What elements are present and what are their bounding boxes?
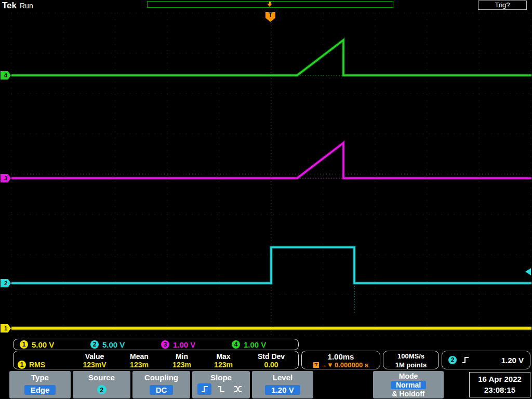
header-mean: Mean — [117, 352, 161, 361]
either-edge-slope-icon[interactable] — [231, 383, 245, 395]
coupling-label: Coupling — [132, 373, 190, 382]
acquisition-readout: 100MS/s 1M points — [383, 351, 439, 369]
position-arrows-icon: →▼ — [320, 361, 334, 369]
trigger-status-badge: Trig? — [478, 1, 527, 10]
channel-4-marker[interactable]: 4 — [1, 71, 11, 79]
channel-3-scale: 3 1.00 V — [156, 340, 227, 349]
acquisition-status: Run — [20, 2, 33, 10]
tek-logo: Tek — [2, 1, 17, 11]
level-label: Level — [252, 373, 313, 382]
measurement-name: 1 RMS — [14, 361, 72, 369]
measurement-table: Value Mean Min Max Std Dev 1 RMS 123mV 1… — [13, 351, 299, 369]
menu-button-coupling[interactable]: Coupling DC — [132, 371, 190, 398]
channel-scale-readout: 1 5.00 V 2 5.00 V 3 1.00 V 4 1.00 V — [13, 339, 299, 350]
measurement-header-row: Value Mean Min Max Std Dev — [14, 352, 298, 361]
measurement-min: 123m — [161, 361, 203, 369]
measurement-max: 123m — [203, 361, 244, 369]
channel-1-scale: 1 5.00 V — [15, 340, 85, 349]
measurement-mean: 123m — [117, 361, 161, 369]
channel-2-badge: 2 — [90, 340, 99, 349]
measurement-type-label: RMS — [29, 361, 45, 369]
trigger-level-value: 1.20 V — [501, 356, 524, 365]
mode-label: Mode — [373, 372, 444, 380]
channel-4-scale-value: 1.00 V — [244, 340, 266, 349]
source-label: Source — [73, 373, 130, 382]
channel-3-marker[interactable]: 3 — [1, 174, 11, 182]
record-trigger-position-icon — [267, 2, 273, 7]
channel-2-marker[interactable]: 2 — [1, 279, 11, 287]
mode-extra-label: & Holdoff — [373, 390, 444, 398]
trigger-level-arrow-icon[interactable] — [525, 268, 531, 275]
sample-rate-value: 100MS/s — [383, 352, 438, 360]
header-stddev: Std Dev — [244, 352, 298, 361]
trigger-t-icon: T — [313, 362, 319, 368]
channel-1-scale-value: 5.00 V — [32, 340, 54, 349]
oscilloscope-screen: Tek Run Trig? T 4 3 2 1 1 5.00 V 2 5.00 … — [0, 0, 532, 399]
record-length-value: 1M points — [383, 361, 438, 369]
menu-button-slope[interactable]: Slope — [192, 371, 250, 398]
level-value: 1.20 V — [265, 385, 300, 395]
trigger-position-marker[interactable]: T — [265, 12, 275, 22]
menu-button-mode[interactable]: Mode Normal & Holdoff — [373, 371, 444, 398]
time-text: 23:08:15 — [470, 385, 530, 394]
menu-button-source[interactable]: Source 2 — [73, 371, 130, 398]
type-value: Edge — [24, 385, 56, 395]
header-min: Min — [161, 352, 203, 361]
trigger-readout: 2 1.20 V — [442, 351, 530, 369]
channel-2-scale-value: 5.00 V — [102, 340, 125, 349]
channel-1-marker[interactable]: 1 — [1, 324, 11, 332]
header-max: Max — [203, 352, 244, 361]
channel-4-scale: 4 1.00 V — [227, 340, 297, 349]
header-value: Value — [72, 352, 117, 361]
trigger-source-badge: 2 — [448, 356, 457, 364]
channel-2-scale: 2 5.00 V — [85, 340, 156, 349]
measurement-row: 1 RMS 123mV 123m 123m 123m 0.00 — [14, 361, 298, 369]
rising-edge-icon — [461, 356, 470, 364]
horizontal-readout: 1.00ms T →▼ 0.000000 s — [301, 351, 380, 369]
horizontal-position: T →▼ 0.000000 s — [302, 361, 380, 369]
measurement-channel-badge: 1 — [18, 361, 26, 369]
channel-4-badge: 4 — [232, 340, 240, 349]
type-label: Type — [9, 373, 71, 382]
channel-1-badge: 1 — [20, 340, 28, 349]
channel-3-badge: 3 — [161, 340, 169, 349]
date-text: 16 Apr 2022 — [470, 375, 530, 383]
rising-edge-slope-icon[interactable] — [197, 383, 211, 395]
coupling-value: DC — [150, 385, 174, 395]
datetime-display: 16 Apr 2022 23:08:15 — [469, 372, 530, 397]
source-channel-badge: 2 — [97, 385, 107, 394]
menu-button-level[interactable]: Level 1.20 V — [252, 371, 313, 398]
falling-edge-slope-icon[interactable] — [214, 383, 228, 395]
measurement-value: 123mV — [72, 361, 117, 369]
position-value: 0.000000 s — [335, 361, 368, 369]
mode-value: Normal — [391, 381, 426, 389]
record-view-bar — [147, 1, 393, 8]
slope-label: Slope — [192, 373, 250, 382]
channel-3-scale-value: 1.00 V — [173, 340, 195, 349]
menu-button-type[interactable]: Type Edge — [9, 371, 71, 398]
measurement-stddev: 0.00 — [244, 361, 298, 369]
timebase-value: 1.00ms — [302, 352, 380, 361]
